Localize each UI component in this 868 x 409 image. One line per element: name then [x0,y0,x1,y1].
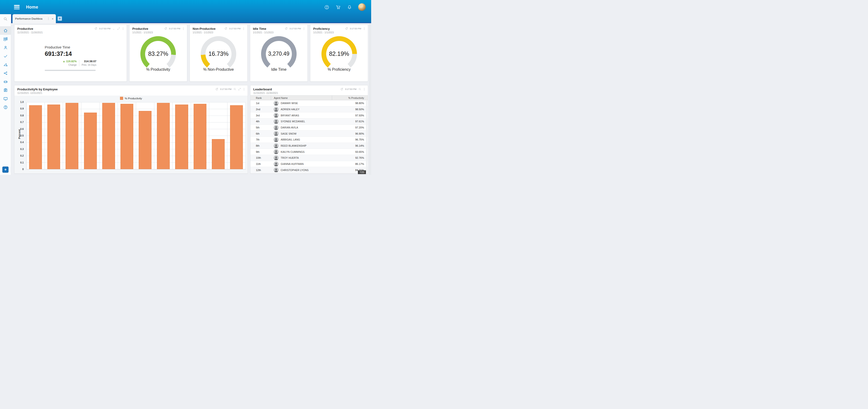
card-idle-time-gauge: Idle Time 1/1/2021 - 1/1/2023 3:17:53 PM… [250,25,308,81]
sidebar-item-dashboards[interactable] [0,35,11,43]
page-scrollbar[interactable] [369,23,371,175]
sidebar-item-screens[interactable] [0,94,11,103]
column-header-agent-name[interactable]: Agent Name [271,96,332,100]
tab-options-icon[interactable]: ⋮ [46,17,51,20]
leaderboard-scrollbar[interactable] [366,101,367,173]
bar-column [154,102,173,169]
column-header-rank[interactable]: Rank [250,97,271,99]
tab-close-icon[interactable]: × [51,17,55,21]
card-menu-icon[interactable]: ⋮ [243,88,245,91]
refresh-icon[interactable] [94,27,97,30]
table-header: Rank Agent Name % Productivity [250,95,368,100]
tab-label: Performance Dashboa [15,17,46,20]
sidebar-item-tasks[interactable] [0,52,11,60]
card-menu-icon[interactable]: ⋮ [242,27,245,30]
share-icon [3,71,8,75]
search-icon[interactable] [0,14,11,24]
agent-name: REED BLANKENSHIP [281,144,307,147]
refresh-time: 3:17:53 PM [99,27,111,30]
bar-column [27,102,45,169]
bell-icon[interactable] [347,4,352,10]
rank-cell: 8th [250,144,271,147]
bar[interactable] [121,104,133,169]
refresh-time: 3:17:53 PM [220,88,231,90]
monitor-icon [3,97,8,101]
plot-area [26,102,246,169]
productivity-cell: 97.93% [332,114,368,117]
y-axis-tick: 0.3 [20,147,24,150]
bar-column [100,102,118,169]
refresh-icon[interactable] [340,88,343,91]
bar-column [173,102,191,169]
bar[interactable] [230,105,243,169]
card-date-range: 11/15/2021 - 11/30/2021 [14,31,127,34]
gauge-value: 16.73% [201,50,236,57]
bar[interactable] [212,139,225,169]
refresh-icon[interactable] [164,27,167,30]
minimize-icon[interactable] [112,27,115,30]
refresh-icon[interactable] [345,27,348,30]
bar[interactable] [139,111,152,169]
bar[interactable] [194,104,207,169]
refresh-icon[interactable] [285,27,288,30]
agent-cell: DAMARI WISE [271,101,332,106]
agent-name: ABBIGAIL LANG [281,138,300,141]
agent-cell: GIANNA HUFFMAN [271,162,332,167]
gauge-label: % Non-Productive [203,67,234,72]
add-widget-button[interactable]: + [2,167,8,173]
help-icon[interactable] [324,4,329,10]
card-productive-time: Productive 11/15/2021 - 11/30/2021 3:17:… [14,25,127,81]
card-proficiency-gauge: Proficiency 1/1/2021 - 1/1/2023 3:17:53 … [310,25,368,81]
sidebar-item-analytics[interactable] [0,60,11,69]
productivity-cell: 92.76% [332,156,368,159]
card-menu-icon[interactable]: ⋮ [182,27,185,30]
leaderboard-row: 2ndADRIEN HALEY98.50% [250,106,368,112]
bar[interactable] [157,103,170,169]
clipboard-icon [3,88,8,93]
card-menu-icon[interactable]: ⋮ [303,27,305,30]
sidebar-item-share[interactable] [0,69,11,77]
sidebar-item-reports[interactable] [0,86,11,94]
card-menu-icon[interactable]: ⋮ [122,27,125,30]
bar[interactable] [84,112,97,169]
card-date-range: 1/1/2021 - 1/1/2023 [190,31,247,34]
refresh-icon[interactable] [215,88,218,91]
change-label: Change [63,64,77,66]
agent-name: SAGE SNOW [281,132,297,135]
bar-column [45,102,63,169]
mini-progress-track [45,70,96,71]
agent-cell: BRYANT ARIAS [271,113,332,118]
user-avatar[interactable] [358,3,366,11]
hamburger-menu-icon[interactable] [14,5,20,9]
sidebar-item-agents[interactable] [0,43,11,52]
zoom-icon[interactable] [358,88,361,91]
productivity-cell: 97.20% [332,126,368,129]
expand-icon[interactable] [117,27,120,30]
add-tab-button[interactable]: + [58,16,62,21]
rank-cell: 4th [250,120,271,123]
agent-cell: CHRISTOPHER LYONS [271,168,332,172]
y-axis-tick: 0.1 [20,161,24,164]
bar[interactable] [47,105,60,169]
avatar [274,131,279,136]
bar[interactable] [66,103,79,169]
refresh-icon[interactable] [224,27,227,30]
zoom-icon[interactable] [233,88,236,91]
gauge-label: Idle Time [271,67,286,72]
chart-legend: % Productivity [14,97,248,100]
rank-cell: 5th [250,126,271,129]
bar[interactable] [175,105,188,169]
sidebar-item-help[interactable] [0,103,11,111]
y-axis-tick: 0.8 [20,114,24,117]
column-header-productivity[interactable]: % Productivity [332,96,368,100]
bar[interactable] [102,103,115,169]
card-menu-icon[interactable]: ⋮ [363,27,366,30]
sidebar-item-home[interactable] [0,26,11,35]
tab-performance-dashboard[interactable]: Performance Dashboa ⋮ × [12,14,56,23]
expand-icon[interactable] [238,88,241,91]
gauge-ring: 3,270.49 [261,36,297,72]
card-menu-icon[interactable]: ⋮ [363,88,366,91]
cart-icon[interactable] [335,4,341,10]
bar[interactable] [29,105,42,169]
sidebar-item-gamification[interactable] [0,77,11,86]
